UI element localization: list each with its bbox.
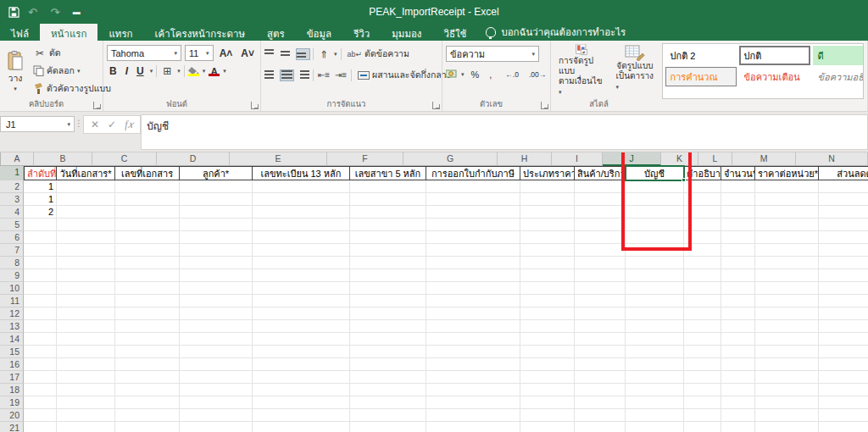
cell-H3[interactable] — [520, 193, 575, 206]
column-header-I[interactable]: I — [552, 152, 603, 166]
cell-I3[interactable] — [575, 193, 626, 206]
cell-C19[interactable] — [115, 396, 180, 409]
orientation-icon[interactable]: ⇗ — [314, 44, 334, 64]
row-header-14[interactable]: 14 — [0, 333, 24, 346]
format-as-table-button[interactable]: จัดรูปแบบ เป็นตาราง ▾ — [611, 43, 658, 99]
cell-M7[interactable] — [755, 244, 819, 257]
cell-I5[interactable] — [575, 219, 626, 231]
cell-A15[interactable] — [24, 346, 57, 358]
cell-K7[interactable] — [684, 244, 721, 257]
cell-F6[interactable] — [350, 231, 426, 244]
cell-J9[interactable] — [626, 269, 684, 282]
row-header-9[interactable]: 9 — [0, 269, 24, 282]
header-cell-D1[interactable]: ลูกค้า* — [180, 166, 253, 180]
decrease-decimal-button[interactable]: .00→ — [526, 70, 549, 79]
cell-G5[interactable] — [426, 219, 520, 231]
row-header-15[interactable]: 15 — [0, 346, 24, 358]
cell-J17[interactable] — [626, 371, 684, 384]
cell-E14[interactable] — [253, 333, 350, 346]
cell-M3[interactable] — [755, 193, 819, 206]
cell-N20[interactable] — [819, 409, 868, 422]
cell-N14[interactable] — [819, 333, 868, 346]
cell-B12[interactable] — [57, 307, 115, 320]
cell-M21[interactable] — [755, 422, 819, 432]
cell-J16[interactable] — [626, 358, 684, 371]
cell-M13[interactable] — [755, 320, 819, 333]
header-cell-J1[interactable]: บัญชี — [626, 166, 684, 180]
name-box-dropdown[interactable]: ▾ — [67, 121, 70, 128]
cell-L14[interactable] — [721, 333, 755, 346]
row-header-8[interactable]: 8 — [0, 257, 24, 269]
row-header-10[interactable]: 10 — [0, 282, 24, 295]
cell-I11[interactable] — [575, 295, 626, 307]
cell-C6[interactable] — [115, 231, 180, 244]
cell-D9[interactable] — [180, 269, 253, 282]
cell-J5[interactable] — [626, 219, 684, 231]
cell-K14[interactable] — [684, 333, 721, 346]
header-cell-F1[interactable]: เลขสาขา 5 หลัก — [350, 166, 426, 180]
column-header-L[interactable]: L — [698, 152, 732, 166]
row-header-3[interactable]: 3 — [0, 193, 24, 206]
confirm-entry-icon[interactable]: ✓ — [108, 119, 116, 130]
ribbon-tab-สูตร[interactable]: สูตร — [256, 24, 296, 41]
cell-E15[interactable] — [253, 346, 350, 358]
cell-F7[interactable] — [350, 244, 426, 257]
cell-C21[interactable] — [115, 422, 180, 432]
font-dialog-launcher[interactable] — [251, 102, 259, 109]
cell-H21[interactable] — [520, 422, 575, 432]
accounting-format-icon[interactable] — [446, 67, 458, 82]
cell-L9[interactable] — [721, 269, 755, 282]
cell-E7[interactable] — [253, 244, 350, 257]
cell-M16[interactable] — [755, 358, 819, 371]
cell-L20[interactable] — [721, 409, 755, 422]
cell-G13[interactable] — [426, 320, 520, 333]
cell-G6[interactable] — [426, 231, 520, 244]
cell-F9[interactable] — [350, 269, 426, 282]
cell-G19[interactable] — [426, 396, 520, 409]
cell-N13[interactable] — [819, 320, 868, 333]
cell-N9[interactable] — [819, 269, 868, 282]
cell-M8[interactable] — [755, 257, 819, 269]
header-cell-G1[interactable]: การออกใบกำกับภาษี — [426, 166, 520, 180]
cell-C3[interactable] — [115, 193, 180, 206]
column-header-G[interactable]: G — [403, 152, 498, 166]
cell-D14[interactable] — [180, 333, 253, 346]
select-all-corner[interactable] — [0, 152, 1, 166]
cell-E12[interactable] — [253, 307, 350, 320]
cell-F12[interactable] — [350, 307, 426, 320]
cell-L6[interactable] — [721, 231, 755, 244]
cell-L16[interactable] — [721, 358, 755, 371]
row-header-6[interactable]: 6 — [0, 231, 24, 244]
header-cell-I1[interactable]: สินค้า/บริการ — [575, 166, 626, 180]
cell-L4[interactable] — [721, 206, 755, 219]
cell-J15[interactable] — [626, 346, 684, 358]
cell-I18[interactable] — [575, 384, 626, 396]
row-header-7[interactable]: 7 — [0, 244, 24, 257]
cell-L19[interactable] — [721, 396, 755, 409]
cell-K20[interactable] — [684, 409, 721, 422]
cell-G7[interactable] — [426, 244, 520, 257]
cell-K3[interactable] — [684, 193, 721, 206]
cell-B14[interactable] — [57, 333, 115, 346]
cell-H10[interactable] — [520, 282, 575, 295]
cell-N8[interactable] — [819, 257, 868, 269]
cell-F16[interactable] — [350, 358, 426, 371]
cell-A16[interactable] — [24, 358, 57, 371]
cell-D4[interactable] — [180, 206, 253, 219]
cell-B19[interactable] — [57, 396, 115, 409]
cell-C5[interactable] — [115, 219, 180, 231]
cell-F19[interactable] — [350, 396, 426, 409]
cell-J7[interactable] — [626, 244, 684, 257]
cell-N5[interactable] — [819, 219, 868, 231]
cell-G14[interactable] — [426, 333, 520, 346]
cell-H8[interactable] — [520, 257, 575, 269]
cell-J8[interactable] — [626, 257, 684, 269]
cell-G16[interactable] — [426, 358, 520, 371]
cell-M2[interactable] — [755, 180, 819, 193]
row-header-12[interactable]: 12 — [0, 307, 24, 320]
cell-D20[interactable] — [180, 409, 253, 422]
style-explanatory-text[interactable]: ข้อความอธิบาย — [813, 67, 864, 86]
cell-E3[interactable] — [253, 193, 350, 206]
cell-E17[interactable] — [253, 371, 350, 384]
cell-B5[interactable] — [57, 219, 115, 231]
